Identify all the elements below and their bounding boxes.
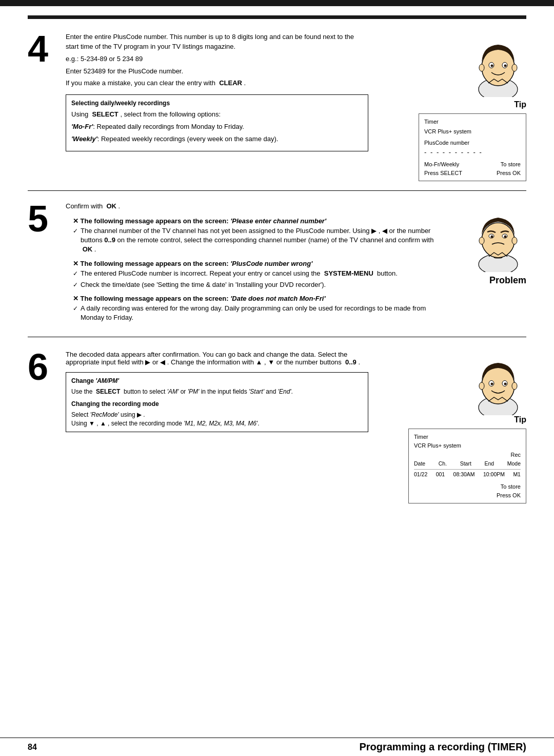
svg-point-11 [482, 223, 515, 258]
check-2a: ✓ The entered PlusCode number is incorre… [73, 269, 445, 278]
tip-box-title: Selecting daily/weekly recordings [71, 99, 363, 108]
svg-point-6 [504, 65, 507, 67]
check-1a: ✓ The channel number of the TV channel h… [73, 226, 445, 255]
step-number-4: 4 [28, 30, 58, 181]
lcd-pluscode-label: PlusCode number [424, 139, 521, 147]
tip-line3: 'Weekly': Repeated weekly recordings (ev… [71, 134, 363, 144]
top-decorative-bar [0, 0, 554, 6]
tip-label-4: Tip [514, 100, 526, 109]
svg-point-7 [479, 64, 484, 71]
step5-confirm: Confirm with OK . [66, 202, 445, 210]
lcd6-rec-label: Rec [414, 451, 521, 459]
lcd6-col-headers: Date Ch. Start End Mode [414, 460, 521, 470]
section-divider-45 [28, 190, 526, 191]
checkmark-3a: ✓ [73, 304, 78, 313]
step4-para2: e.g.: 5-234-89 or 5 234 89 [66, 54, 368, 64]
lcd6-store: To store Press OK [414, 482, 521, 499]
tip-line1: Using SELECT , select from the following… [71, 110, 363, 120]
checkmark-2a: ✓ [73, 269, 78, 278]
svg-point-26 [512, 382, 517, 390]
tip6-line2: Select 'RecMode' using ▶ . [71, 411, 363, 419]
check-2b: ✓ Check the time/date (see 'Setting the … [73, 280, 445, 289]
section-divider-56 [28, 337, 526, 337]
section-rule-top [28, 15, 526, 19]
cross-head-3: ✕ The following message appears on the s… [73, 295, 445, 302]
lcd6-line1: Timer [414, 433, 521, 441]
problem-figure-5 [470, 200, 526, 272]
lcd-line1-4: Timer [424, 118, 521, 126]
tip-box6-title2: Changing the recording mode [71, 400, 363, 409]
footer: 84 Programming a recording (TIMER) [0, 738, 554, 756]
lcd-line2-4: VCR Plus+ system [424, 127, 521, 136]
section-5-right: Problem [454, 200, 526, 327]
step4-para1: Enter the entire PlusCode number. This n… [66, 32, 368, 52]
section-6-body: The decoded data appears after confirmat… [58, 348, 368, 503]
section-4-body: Enter the entire PlusCode number. This n… [58, 30, 368, 181]
svg-point-17 [512, 237, 517, 244]
checkmark-1a: ✓ [73, 227, 78, 236]
lcd6-rec: Rec [510, 451, 521, 459]
section-5: 5 Confirm with OK . ✕ The following mess… [28, 200, 526, 327]
svg-point-2 [482, 49, 515, 86]
lcd6-line2: VCR Plus+ system [414, 441, 521, 450]
tip-figure-4 [470, 30, 526, 97]
lcd-row1-4: Mo-Fr/Weekly To store [424, 160, 521, 169]
svg-point-14 [491, 236, 493, 238]
svg-point-15 [504, 236, 507, 238]
svg-point-5 [491, 65, 493, 67]
step4-para3: Enter 523489 for the PlusCode number. [66, 67, 368, 76]
tip-label-6: Tip [514, 415, 526, 424]
problem-item-1: ✕ The following message appears on the s… [73, 217, 445, 255]
footer-title: Programming a recording (TIMER) [359, 741, 526, 753]
tip-figure-6 [470, 348, 526, 415]
step-number-5: 5 [28, 200, 58, 327]
lcd-screen-6: Timer VCR Plus+ system Rec Date Ch. Star… [408, 429, 526, 503]
section-4: 4 Enter the entire PlusCode number. This… [28, 30, 526, 181]
tip6-line1: Use the SELECT button to select 'AM' or … [71, 387, 363, 396]
svg-point-20 [482, 367, 515, 404]
lcd6-store-action: Press OK [497, 491, 521, 500]
checkmark-2b: ✓ [73, 281, 78, 289]
page-number: 84 [28, 743, 37, 752]
lcd-screen-4: Timer VCR Plus+ system PlusCode number -… [419, 113, 526, 181]
lcd-tostore: To store [501, 160, 521, 169]
problem-item-2: ✕ The following message appears on the s… [73, 260, 445, 289]
section-4-right: Tip Timer VCR Plus+ system PlusCode numb… [378, 30, 526, 181]
svg-point-16 [479, 237, 484, 244]
svg-point-8 [512, 64, 517, 71]
svg-point-24 [504, 383, 507, 385]
tip-box-6: Change 'AM/PM' Use the SELECT button to … [66, 372, 368, 432]
lcd6-data-row: 01/22 001 08:30AM 10:00PM M1 [414, 470, 521, 479]
step6-para1: The decoded data appears after confirmat… [66, 351, 368, 366]
tip-line2: 'Mo-Fr': Repeated daily recordings from … [71, 122, 363, 132]
problem-item-3: ✕ The following message appears on the s… [73, 295, 445, 322]
section-6: 6 The decoded data appears after confirm… [28, 348, 526, 503]
lcd-dashes: - - - - - - - - - - [424, 147, 521, 158]
problem-body-5: ✕ The following message appears on the s… [66, 215, 445, 322]
lcd-row2-4: Press SELECT Press OK [424, 169, 521, 178]
section-6-right: Tip Timer VCR Plus+ system Rec Date Ch. … [378, 348, 526, 503]
svg-point-23 [491, 383, 493, 385]
cross-head-1: ✕ The following message appears on the s… [73, 217, 445, 225]
check-3a: ✓ A daily recording was entered for the … [73, 304, 445, 322]
lcd-pressselect: Press SELECT [424, 169, 462, 178]
step-number-6: 6 [28, 348, 58, 503]
svg-point-25 [479, 382, 484, 390]
tip-box-4: Selecting daily/weekly recordings Using … [66, 94, 368, 151]
cross-head-2: ✕ The following message appears on the s… [73, 260, 445, 267]
lcd6-store-label: To store [497, 482, 521, 491]
problem-label: Problem [489, 275, 526, 286]
lcd-mofr: Mo-Fr/Weekly [424, 160, 459, 169]
section-5-body: Confirm with OK . ✕ The following messag… [58, 200, 445, 327]
lcd-pressok: Press OK [497, 169, 521, 178]
tip-box6-title1: Change 'AM/PM' [71, 377, 363, 385]
step4-para4: If you make a mistake, you can clear the… [66, 79, 368, 88]
tip6-line3: Using ▼ , ▲ , select the recording mode … [71, 419, 363, 428]
